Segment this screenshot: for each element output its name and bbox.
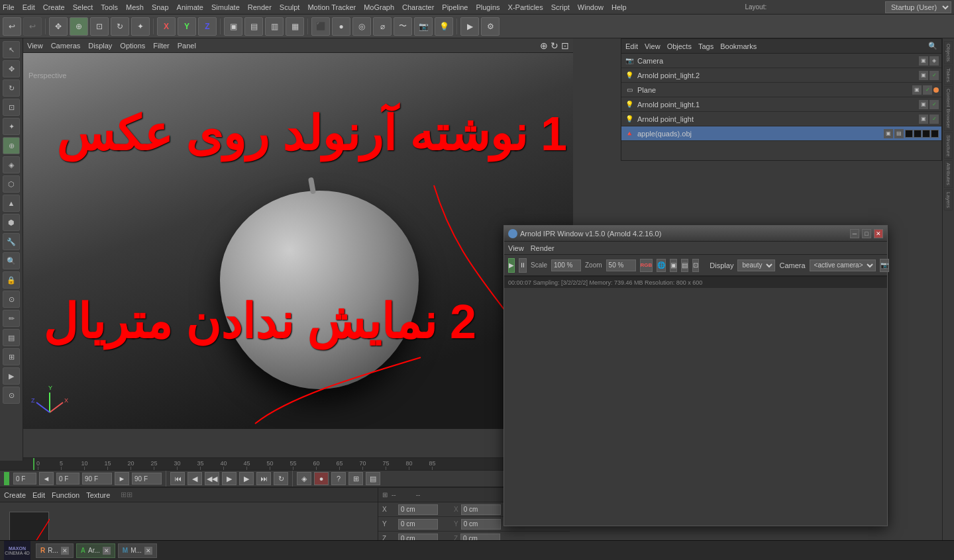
ipr-expand-btn[interactable]: ⊡	[692, 259, 699, 272]
menu-create[interactable]: Create	[43, 3, 65, 11]
menu-file[interactable]: File	[3, 3, 15, 11]
menu-render[interactable]: Render	[248, 3, 272, 11]
light0-check[interactable]: ✓	[929, 115, 939, 124]
vp-menu-filter[interactable]: Filter	[153, 42, 169, 50]
left-tool-16[interactable]: ▤	[3, 329, 20, 346]
left-tool-6[interactable]: ⊕	[3, 137, 20, 154]
timeline-btn2[interactable]: ▤	[366, 472, 380, 485]
timeline-btn[interactable]: ⊞	[348, 472, 363, 485]
left-tool-4[interactable]: ⊡	[3, 99, 20, 116]
scene-header-bookmarks[interactable]: Bookmarks	[720, 42, 757, 50]
prop-x-value2[interactable]	[461, 504, 501, 515]
rotate-btn[interactable]: ↻	[111, 17, 129, 36]
preview-end-input[interactable]	[132, 473, 162, 485]
current-frame-input[interactable]	[13, 473, 36, 485]
loop-btn[interactable]: ↻	[274, 472, 288, 485]
light2-check[interactable]: ✓	[929, 71, 939, 80]
task-item-ar[interactable]: A Ar... ✕	[76, 543, 115, 558]
goto-end-btn[interactable]: ⏭	[256, 472, 271, 485]
ipr-camera-select[interactable]: <active camera>	[810, 259, 876, 271]
tab-layers[interactable]: Layers	[944, 189, 953, 210]
menu-select[interactable]: Select	[73, 3, 93, 11]
left-tool-12[interactable]: 🔍	[3, 252, 20, 269]
tb-4[interactable]: ▣	[224, 17, 242, 36]
menu-tools[interactable]: Tools	[101, 3, 118, 11]
scene-object-light2[interactable]: 💡 Arnold point_light.2 ▣ ✓	[621, 68, 941, 83]
menu-character[interactable]: Character	[402, 3, 434, 11]
left-tool-9[interactable]: ▲	[3, 195, 20, 212]
search-icon[interactable]: 🔍	[928, 42, 937, 50]
menu-sculpt[interactable]: Sculpt	[280, 3, 300, 11]
menu-mograph[interactable]: MoGraph	[364, 3, 394, 11]
tab-structure[interactable]: Structure	[944, 132, 953, 159]
scene-header-edit[interactable]: Edit	[625, 42, 638, 50]
vp-menu-options[interactable]: Options	[120, 42, 145, 50]
timeline-ruler-area[interactable]: 0 5 10 15 20 25 30 35	[0, 457, 570, 471]
prop-x-value[interactable]	[398, 504, 438, 515]
layout-select[interactable]: Startup (User)	[885, 1, 951, 13]
camera-vis-btn[interactable]: ▣	[919, 56, 928, 66]
axis-z[interactable]: Z	[198, 17, 217, 36]
scene-header-view[interactable]: View	[645, 42, 661, 50]
reverse-play-btn[interactable]: ◀◀	[205, 472, 219, 485]
step-fwd-btn[interactable]: ▶	[239, 472, 254, 485]
ipr-menu-render[interactable]: Render	[531, 244, 555, 252]
tb-7[interactable]: ▦	[286, 17, 304, 36]
scale-btn[interactable]: ⊡	[90, 17, 109, 36]
render-settings-btn[interactable]: ⚙	[481, 17, 500, 36]
record-btn[interactable]: ●	[314, 472, 329, 485]
menu-script[interactable]: Script	[551, 3, 570, 11]
light2-vis[interactable]: ▣	[919, 71, 928, 80]
left-tool-5[interactable]: ✦	[3, 118, 20, 135]
left-tool-7[interactable]: ◈	[3, 156, 20, 173]
material-swatch[interactable]	[9, 512, 49, 544]
vp-menu-panel[interactable]: Panel	[178, 42, 196, 50]
vp-menu-cameras[interactable]: Cameras	[51, 42, 81, 50]
ipr-layout2-btn[interactable]: ▤	[681, 259, 688, 272]
frame-right-btn[interactable]: ►	[115, 472, 129, 485]
task-item-r[interactable]: R R... ✕	[36, 543, 74, 558]
play-btn[interactable]: ▶	[222, 472, 237, 485]
menu-animate[interactable]: Animate	[177, 3, 203, 11]
menu-simulate[interactable]: Simulate	[211, 3, 240, 11]
ipr-menu-view[interactable]: View	[508, 244, 524, 252]
end-frame-input[interactable]	[82, 473, 112, 485]
goto-start-btn[interactable]: ⏮	[170, 472, 185, 485]
ipr-scale-input[interactable]	[551, 259, 581, 271]
help-btn[interactable]: ?	[331, 472, 346, 485]
left-tool-11[interactable]: 🔧	[3, 233, 20, 250]
menu-pipeline[interactable]: Pipeline	[442, 3, 468, 11]
menu-window[interactable]: Window	[578, 3, 604, 11]
tab-content-browser[interactable]: Content Browser	[944, 86, 953, 131]
ipr-play-btn[interactable]: ▶	[508, 258, 515, 273]
left-tool-2[interactable]: ✥	[3, 60, 20, 77]
task-r-close[interactable]: ✕	[61, 547, 69, 555]
select-btn[interactable]: ✥	[49, 17, 68, 36]
ipr-maximize-btn[interactable]: □	[862, 229, 871, 238]
tab-takes[interactable]: Takes	[944, 66, 953, 85]
left-tool-18[interactable]: ▶	[3, 367, 20, 385]
frame-left-btn[interactable]: ◄	[39, 472, 54, 485]
vp-menu-display[interactable]: Display	[88, 42, 112, 50]
left-tool-8[interactable]: ⬡	[3, 175, 20, 193]
prop-y-value2[interactable]	[461, 519, 501, 530]
sphere-btn[interactable]: ●	[332, 17, 350, 36]
menu-mesh[interactable]: Mesh	[126, 3, 144, 11]
ipr-layout-btn[interactable]: ▣	[670, 259, 677, 272]
scene-object-apple[interactable]: 🔺 apple(quads).obj ▣ ▤	[621, 126, 941, 141]
tab-attributes[interactable]: Attributes	[944, 160, 953, 188]
apple-ctrl2[interactable]: ▤	[894, 129, 904, 138]
move-btn[interactable]: ⊕	[70, 17, 88, 36]
start-frame-input[interactable]	[56, 473, 80, 485]
prop-y-value[interactable]	[398, 519, 438, 530]
nurbs-btn[interactable]: ◎	[352, 17, 371, 36]
ipr-display-select[interactable]: beauty	[737, 259, 775, 271]
plane-check[interactable]: ✓	[923, 85, 932, 95]
scene-object-light0[interactable]: 💡 Arnold point_light ▣ ✓	[621, 112, 941, 126]
task-m-close[interactable]: ✕	[144, 547, 152, 555]
vp-nav-2[interactable]: ↻	[551, 40, 558, 51]
render-btn[interactable]: ▶	[460, 17, 479, 36]
ipr-zoom-input[interactable]	[606, 259, 636, 271]
main-viewport[interactable]: View Cameras Display Options Filter Pane…	[23, 38, 573, 429]
undo-btn[interactable]: ↩	[3, 17, 21, 36]
